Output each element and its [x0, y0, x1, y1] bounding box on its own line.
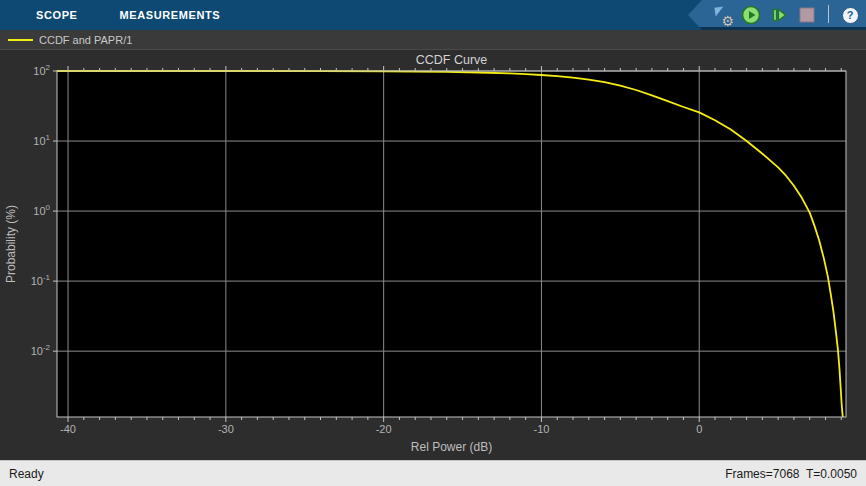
simulate-toolbar: ⚙ ? [688, 0, 866, 30]
y-tick-label: 10-1 [31, 273, 51, 287]
x-axis-label: Rel Power (dB) [411, 440, 492, 454]
step-forward-icon [769, 5, 789, 25]
legend-label: CCDF and PAPR/1 [39, 34, 132, 46]
x-tick-label: 0 [696, 423, 702, 435]
chart-title: CCDF Curve [416, 53, 488, 67]
stop-icon [798, 6, 816, 24]
scope-window: SCOPE MEASUREMENTS ⚙ [0, 0, 866, 486]
simulation-settings-button[interactable]: ⚙ [712, 4, 734, 26]
status-bar: Ready Frames=7068 T=0.0050 [0, 460, 866, 486]
x-tick-label: -40 [60, 423, 76, 435]
stop-button[interactable] [796, 4, 818, 26]
gear-settings-icon: ⚙ [713, 5, 733, 25]
status-frames-time: Frames=7068 T=0.0050 [725, 467, 857, 481]
ccdf-chart: -40-30-20-10010210110010-110-2CCDF Curve… [0, 50, 866, 460]
step-forward-button[interactable] [768, 4, 790, 26]
legend-line-swatch [8, 39, 33, 41]
x-tick-label: -10 [533, 423, 549, 435]
x-tick-label: -20 [376, 423, 392, 435]
chart-canvas: -40-30-20-10010210110010-110-2CCDF Curve… [0, 50, 866, 460]
help-button[interactable]: ? [839, 4, 861, 26]
x-tick-label: -30 [218, 423, 234, 435]
y-tick-label: 10-2 [31, 343, 51, 357]
run-icon [741, 5, 761, 25]
y-tick-label: 101 [33, 133, 50, 147]
toolbar-separator [828, 5, 829, 23]
legend-item-ccdf[interactable]: CCDF and PAPR/1 [8, 34, 132, 46]
y-axis-label: Probability (%) [4, 205, 18, 283]
help-icon: ? [842, 7, 859, 24]
status-ready: Ready [9, 467, 44, 481]
tab-scope[interactable]: SCOPE [22, 0, 92, 30]
legend-bar: CCDF and PAPR/1 [0, 30, 866, 50]
tab-bar: SCOPE MEASUREMENTS ⚙ [0, 0, 866, 30]
plot-background [57, 71, 846, 417]
y-tick-label: 100 [33, 203, 50, 217]
tab-measurements[interactable]: MEASUREMENTS [106, 0, 235, 30]
run-button[interactable] [740, 4, 762, 26]
y-tick-label: 102 [33, 63, 50, 77]
